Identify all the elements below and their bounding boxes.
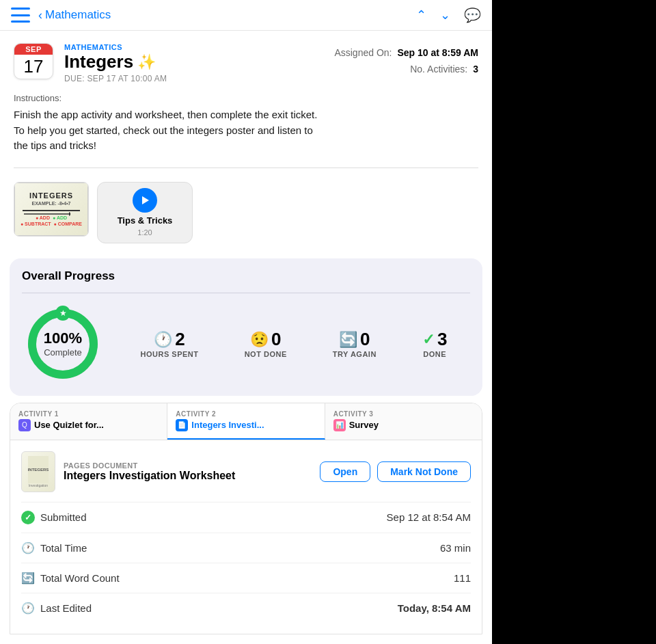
progress-divider [22, 293, 470, 293]
document-type: PAGES DOCUMENT [64, 461, 312, 470]
open-button[interactable]: Open [320, 461, 370, 482]
not-done-stat: 😟 0 NOT DONE [245, 329, 287, 358]
assignment-header: SEP 17 MATHEMATICS Integers ✨ DUE: SEP 1… [0, 31, 492, 93]
integers-poster-thumb[interactable]: INTEGERS EXAMPLE: -8•4•7 ● ADD ● ADD ● S… [14, 182, 89, 237]
top-bar: ‹ Mathematics ⌃ ⌄ 💬 [0, 0, 492, 31]
tab-activity-3[interactable]: ACTIVITY 3 📊 Survey [325, 403, 482, 440]
last-edited-label: Last Edited [40, 602, 92, 614]
calendar-month: SEP [14, 44, 53, 55]
svg-marker-2 [142, 196, 149, 204]
word-count-label: Total Word Count [40, 572, 120, 584]
top-actions: ⌃ ⌄ 💬 [416, 7, 481, 23]
activity-content: INTEGERS Investigation PAGES DOCUMENT In… [10, 440, 482, 634]
video-duration: 1:20 [137, 228, 152, 237]
total-time-label: Total Time [40, 542, 87, 554]
instructions-text: Finish the app activity and worksheet, t… [14, 107, 478, 154]
activity-tabs-section: ACTIVITY 1 Q Use Quizlet for... ACTIVITY… [10, 403, 482, 634]
integers-poster-image: INTEGERS EXAMPLE: -8•4•7 ● ADD ● ADD ● S… [14, 183, 88, 236]
submitted-date: Sep 12 at 8:54 AM [387, 511, 471, 523]
total-time-row: 🕐 Total Time 63 min [21, 533, 471, 563]
main-panel: ‹ Mathematics ⌃ ⌄ 💬 SEP 17 MATHEMATICS I… [0, 0, 492, 644]
donut-complete-label: Complete [44, 347, 82, 358]
done-value: 3 [437, 329, 447, 350]
submitted-row: ✓ Submitted Sep 12 at 8:54 AM [21, 502, 471, 533]
done-value-row: ✓ 3 [422, 329, 447, 350]
last-edited-icon: 🕐 [21, 602, 35, 615]
assigned-on-row: Assigned On: Sep 10 at 8:59 AM [334, 47, 478, 58]
document-name: Integers Investigation Worksheet [64, 470, 312, 482]
try-again-label: TRY AGAIN [333, 350, 377, 358]
word-count-row: 🔄 Total Word Count 111 [21, 563, 471, 593]
play-button[interactable] [133, 188, 157, 213]
done-stat: ✓ 3 DONE [422, 329, 447, 358]
total-time-icon: 🕐 [21, 541, 35, 554]
assignment-meta: Assigned On: Sep 10 at 8:59 AM No. Activ… [334, 43, 478, 80]
sidebar-toggle-button[interactable] [11, 8, 30, 23]
no-activities-row: No. Activities: 3 [334, 64, 478, 75]
section-divider [14, 167, 478, 168]
tab-activity-1[interactable]: ACTIVITY 1 Q Use Quizlet for... [10, 403, 167, 440]
subject-label: MATHEMATICS [64, 43, 323, 51]
document-actions: Open Mark Not Done [320, 461, 471, 482]
submitted-check-icon: ✓ [21, 511, 35, 524]
overall-progress-section: Overall Progress ★ 100% Complete [10, 258, 482, 396]
stats-grid: 🕐 2 HOURS SPENT 😟 0 NOT DONE 🔄 0 [118, 329, 470, 358]
submitted-label: Submitted [40, 511, 87, 523]
total-time-value: 63 min [440, 542, 471, 554]
hours-spent-value: 2 [175, 329, 184, 350]
done-label: DONE [422, 350, 447, 358]
clock-icon: 🕐 [154, 331, 172, 349]
not-done-label: NOT DONE [245, 350, 287, 358]
sparkle-icon: ✨ [137, 53, 156, 71]
tips-tricks-video-card[interactable]: Tips & Tricks 1:20 [97, 182, 193, 243]
try-again-stat: 🔄 0 TRY AGAIN [333, 329, 377, 358]
back-button[interactable]: ‹ Mathematics [38, 8, 111, 23]
activity-tabs: ACTIVITY 1 Q Use Quizlet for... ACTIVITY… [10, 403, 482, 440]
document-row: INTEGERS Investigation PAGES DOCUMENT In… [21, 451, 471, 492]
tab-activity-2[interactable]: ACTIVITY 2 📄 Integers Investi... [167, 403, 325, 440]
assigned-on-value: Sep 10 at 8:59 AM [397, 47, 478, 58]
word-count-value: 111 [454, 572, 471, 584]
back-label: Mathematics [45, 8, 111, 22]
donut-percent: 100% [44, 330, 82, 347]
try-again-value: 0 [360, 329, 370, 350]
back-chevron-icon: ‹ [38, 8, 42, 23]
assignment-title: Integers ✨ [64, 51, 323, 72]
video-title: Tips & Tricks [118, 215, 173, 226]
instructions-section: Instructions: Finish the app activity an… [0, 93, 492, 162]
status-rows: ✓ Submitted Sep 12 at 8:54 AM 🕐 Total Ti… [21, 502, 471, 623]
document-thumbnail: INTEGERS Investigation [21, 451, 55, 492]
comment-icon[interactable]: 💬 [464, 7, 481, 23]
calendar-badge: SEP 17 [14, 43, 53, 79]
activity3-icon: 📊 [333, 419, 346, 431]
chevron-down-icon[interactable]: ⌄ [440, 8, 450, 23]
not-done-value-row: 😟 0 [245, 329, 287, 350]
mark-not-done-button[interactable]: Mark Not Done [377, 461, 471, 482]
try-again-value-row: 🔄 0 [333, 329, 377, 350]
assignment-info: MATHEMATICS Integers ✨ DUE: SEP 17 AT 10… [64, 43, 323, 83]
activity1-icon: Q [18, 419, 31, 431]
attachments-row: INTEGERS EXAMPLE: -8•4•7 ● ADD ● ADD ● S… [0, 174, 492, 252]
document-info: PAGES DOCUMENT Integers Investigation Wo… [64, 461, 312, 482]
word-count-icon: 🔄 [21, 572, 35, 585]
activity2-icon: 📄 [176, 419, 188, 431]
done-icon: ✓ [422, 331, 435, 349]
star-badge: ★ [55, 306, 70, 321]
hours-spent-label: HOURS SPENT [141, 350, 199, 358]
hours-spent-value-row: 🕐 2 [141, 329, 199, 350]
no-activities-label: No. Activities: [410, 64, 467, 75]
not-done-icon: 😟 [250, 331, 269, 349]
last-edited-value: Today, 8:54 AM [398, 602, 471, 614]
not-done-value: 0 [271, 329, 281, 350]
donut-chart: ★ 100% Complete [22, 303, 104, 385]
right-panel [492, 0, 656, 644]
progress-title: Overall Progress [22, 269, 470, 283]
instructions-heading: Instructions: [14, 93, 478, 103]
last-edited-row: 🕐 Last Edited Today, 8:54 AM [21, 593, 471, 623]
due-date: DUE: SEP 17 AT 10:00 AM [64, 74, 323, 83]
progress-stats: ★ 100% Complete 🕐 2 HOURS SPENT [22, 303, 470, 385]
try-again-icon: 🔄 [339, 331, 357, 349]
calendar-day: 17 [14, 55, 53, 79]
no-activities-value: 3 [473, 64, 478, 75]
chevron-up-icon[interactable]: ⌃ [416, 8, 426, 23]
